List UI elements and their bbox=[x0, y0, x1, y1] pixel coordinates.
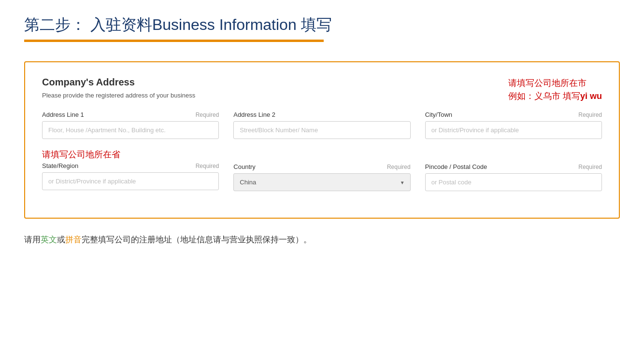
country-label: Country Required bbox=[233, 163, 410, 170]
state-region-label: State/Region Required bbox=[42, 162, 219, 169]
country-select[interactable]: China bbox=[233, 173, 410, 191]
state-annotation: 请填写公司地所在省 bbox=[42, 149, 219, 160]
city-town-input[interactable] bbox=[425, 121, 602, 139]
country-group: Country Required China bbox=[233, 149, 410, 191]
page-title: 第二步： 入驻资料Business Information 填写 bbox=[24, 14, 620, 36]
title-underline bbox=[24, 40, 324, 42]
form-row-1: Address Line 1 Required Address Line 2 C… bbox=[42, 111, 602, 139]
country-select-wrapper: China bbox=[233, 173, 410, 191]
address-line1-input[interactable] bbox=[42, 121, 219, 139]
pincode-label: Pincode / Postal Code Required bbox=[425, 163, 602, 170]
company-address-card: 请填写公司地所在市 例如：义乌市 填写yi wu Company's Addre… bbox=[24, 61, 620, 219]
address-line1-label: Address Line 1 Required bbox=[42, 111, 219, 118]
state-region-group: 请填写公司地所在省 State/Region Required bbox=[42, 149, 219, 191]
city-town-label: City/Town Required bbox=[425, 111, 602, 118]
address-line2-group: Address Line 2 bbox=[233, 111, 410, 139]
state-region-input[interactable] bbox=[42, 172, 219, 190]
pincode-group: Pincode / Postal Code Required bbox=[425, 149, 602, 191]
address-line2-input[interactable] bbox=[233, 121, 410, 139]
pincode-input[interactable] bbox=[425, 173, 602, 191]
bottom-note: 请用英文或拼音完整填写公司的注册地址（地址信息请与营业执照保持一致）。 bbox=[24, 233, 620, 246]
city-annotation: 请填写公司地所在市 例如：义乌市 填写yi wu bbox=[508, 77, 602, 103]
form-row-2: 请填写公司地所在省 State/Region Required Country … bbox=[42, 149, 602, 191]
city-town-group: City/Town Required bbox=[425, 111, 602, 139]
address-line1-group: Address Line 1 Required bbox=[42, 111, 219, 139]
address-line2-label: Address Line 2 bbox=[233, 111, 410, 118]
